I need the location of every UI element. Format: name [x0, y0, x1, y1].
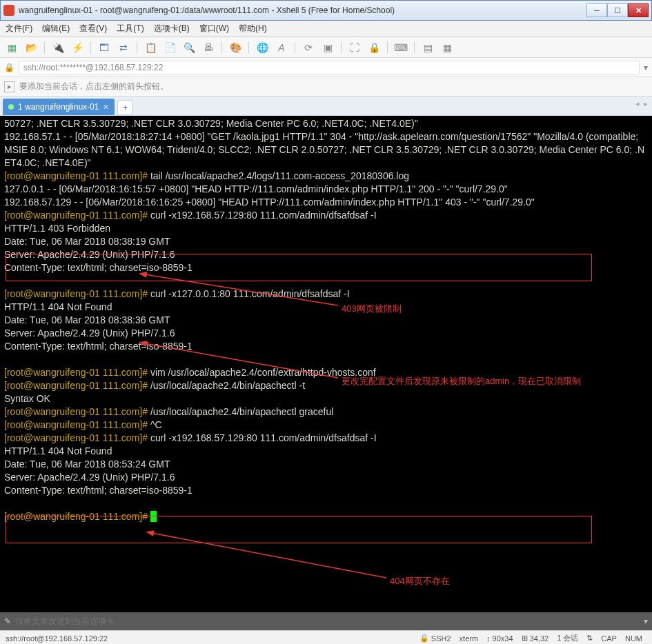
compose-input[interactable]: [15, 616, 640, 626]
open-icon[interactable]: 📂: [23, 40, 39, 55]
address-bar: 🔒 ▾: [0, 58, 652, 77]
maximize-button[interactable]: ☐: [607, 3, 628, 17]
copy-icon[interactable]: 📋: [143, 40, 158, 55]
status-num: NUM: [625, 634, 642, 643]
color-icon[interactable]: 🎨: [228, 40, 243, 55]
window-title: wangruifenglinux-01 - root@wangruifeng-0…: [19, 6, 586, 15]
add-session-icon[interactable]: ▸: [4, 81, 15, 92]
transfer-icon[interactable]: ⇄: [116, 40, 131, 55]
fullscreen-icon[interactable]: ⛶: [347, 40, 362, 55]
terminal-line: Server: Apache/2.4.29 (Unix) PHP/7.1.6: [4, 327, 648, 340]
tab-bar: 1 wangruifenglinux-01 ✕ + ◂ ▸: [0, 97, 652, 116]
font-icon[interactable]: A: [274, 40, 289, 55]
status-bar: ssh://root@192.168.57.129:22 🔒 SSH2 xter…: [0, 630, 652, 644]
menu-file[interactable]: 文件(F): [6, 23, 32, 34]
encoding-icon[interactable]: 🌐: [255, 40, 270, 55]
menu-window[interactable]: 窗口(W): [199, 23, 229, 34]
terminal-line: 192.168.57.129 - - [06/Mar/2018:16:16:25…: [4, 196, 648, 209]
keyboard-icon[interactable]: ⌨: [393, 40, 408, 55]
compose-dropdown-icon[interactable]: ▾: [644, 616, 648, 626]
titlebar: wangruifenglinux-01 - root@wangruifeng-0…: [0, 0, 652, 21]
tab-label: 1 wangruifenglinux-01: [18, 102, 99, 112]
lock-icon[interactable]: 🔒: [366, 40, 382, 55]
print-icon[interactable]: 🖶: [201, 40, 216, 55]
terminal-line: Server: Apache/2.4.29 (Unix) PHP/7.1.6: [4, 471, 648, 484]
hint-text: 要添加当前会话，点击左侧的箭头按钮。: [19, 81, 168, 92]
terminal-line: 50727; .NET CLR 3.5.30729; .NET CLR 3.0.…: [4, 117, 648, 130]
tab-prev-icon[interactable]: ◂: [635, 99, 640, 108]
status-pos: ⊞ 34,32: [522, 634, 549, 643]
menu-tools[interactable]: 工具(T): [117, 23, 144, 34]
reconnect-icon[interactable]: 🔌: [50, 40, 66, 55]
terminal-line: [root@wangruifeng-01 111.com]# curl -x19…: [4, 209, 648, 222]
terminal-line: 192.168.57.1 - - [05/Mar/2018:18:27:14 +…: [4, 130, 648, 170]
terminal-line: [root@wangruifeng-01 111.com]# tail /usr…: [4, 170, 648, 183]
terminal-line: [root@wangruifeng-01 111.com]# curl -x12…: [4, 288, 648, 301]
compose-icon: ✎: [4, 616, 11, 626]
terminal-line: 127.0.0.1 - - [06/Mar/2018:16:15:57 +080…: [4, 183, 648, 196]
terminal-line: Server: Apache/2.4.29 (Unix) PHP/7.1.6: [4, 248, 648, 261]
terminal-line: [root@wangruifeng-01 111.com]#: [4, 510, 648, 523]
menubar: 文件(F) 编辑(E) 查看(V) 工具(T) 选项卡(B) 窗口(W) 帮助(…: [0, 21, 652, 37]
status-ssh: 🔒 SSH2: [419, 634, 451, 643]
app-icon: [3, 5, 14, 16]
terminal-line: Content-Type: text/html; charset=iso-885…: [4, 261, 648, 274]
menu-tab[interactable]: 选项卡(B): [154, 23, 190, 34]
new-session-icon[interactable]: ▦: [4, 40, 19, 55]
find-icon[interactable]: 🔍: [181, 40, 197, 55]
compose-bar: ✎ ▾: [0, 612, 652, 630]
annotation-3: 404网页不存在: [390, 574, 450, 587]
xftp-icon[interactable]: ▣: [320, 40, 335, 55]
status-sessions: 1 会话: [557, 633, 578, 643]
properties-icon[interactable]: 🗔: [97, 40, 112, 55]
terminal-line: HTTP/1.1 403 Forbidden: [4, 222, 648, 235]
terminal-line: [root@wangruifeng-01 111.com]# /usr/loca…: [4, 379, 648, 392]
close-button[interactable]: ✕: [628, 3, 649, 17]
menu-edit[interactable]: 编辑(E): [42, 23, 70, 34]
layout-icon[interactable]: ▤: [420, 40, 435, 55]
status-connection: ssh://root@192.168.57.129:22: [6, 634, 415, 643]
arrow-3: [145, 530, 393, 585]
lock-small-icon: 🔒: [4, 63, 14, 72]
tile-icon[interactable]: ▦: [439, 40, 455, 55]
terminal-line: Date: Tue, 06 Mar 2018 08:38:36 GMT: [4, 314, 648, 327]
terminal-line: Syntax OK: [4, 392, 648, 405]
new-tab-button[interactable]: +: [117, 100, 132, 115]
terminal-line: HTTP/1.1 404 Not Found: [4, 445, 648, 458]
tab-next-icon[interactable]: ▸: [644, 99, 648, 108]
terminal-line: [4, 274, 648, 288]
menu-help[interactable]: 帮助(H): [239, 23, 267, 34]
terminal-line: [root@wangruifeng-01 111.com]# vim /usr/…: [4, 366, 648, 379]
terminal-line: Content-Type: text/html; charset=iso-885…: [4, 340, 648, 353]
terminal-line: Content-Type: text/html; charset=iso-885…: [4, 484, 648, 497]
tab-close-icon[interactable]: ✕: [103, 103, 109, 112]
terminal-line: HTTP/1.1 404 Not Found: [4, 301, 648, 314]
script-icon[interactable]: ⟳: [301, 40, 316, 55]
toolbar: ▦ 📂 🔌 ⚡ 🗔 ⇄ 📋 📄 🔍 🖶 🎨 🌐 A ⟳ ▣ ⛶ 🔒 ⌨ ▤ ▦: [0, 37, 652, 58]
terminal-line: [4, 353, 648, 366]
terminal-line: Date: Tue, 06 Mar 2018 08:53:24 GMT: [4, 458, 648, 471]
terminal[interactable]: 50727; .NET CLR 3.5.30729; .NET CLR 3.0.…: [0, 116, 652, 612]
connected-dot-icon: [8, 104, 14, 110]
address-dropdown-icon[interactable]: ▾: [644, 63, 648, 72]
menu-view[interactable]: 查看(V): [79, 23, 107, 34]
address-input[interactable]: [19, 61, 640, 74]
terminal-line: [root@wangruifeng-01 111.com]# curl -x19…: [4, 432, 648, 445]
hint-bar: ▸ 要添加当前会话，点击左侧的箭头按钮。: [0, 77, 652, 97]
tab-nav: ◂ ▸: [635, 99, 648, 108]
session-tab[interactable]: 1 wangruifenglinux-01 ✕: [3, 99, 115, 115]
terminal-line: [root@wangruifeng-01 111.com]# ^C: [4, 419, 648, 432]
terminal-line: [4, 497, 648, 510]
disconnect-icon[interactable]: ⚡: [70, 40, 85, 55]
minimize-button[interactable]: ─: [586, 3, 607, 17]
status-cap: CAP: [601, 634, 617, 643]
terminal-line: Date: Tue, 06 Mar 2018 08:38:19 GMT: [4, 235, 648, 248]
status-updown-icon: ⇅: [586, 634, 593, 643]
svg-line-2: [152, 533, 386, 578]
status-term: xterm: [460, 634, 479, 643]
terminal-line: [root@wangruifeng-01 111.com]# /usr/loca…: [4, 405, 648, 419]
paste-icon[interactable]: 📄: [162, 40, 177, 55]
status-size: ↕ 90x34: [486, 634, 513, 643]
